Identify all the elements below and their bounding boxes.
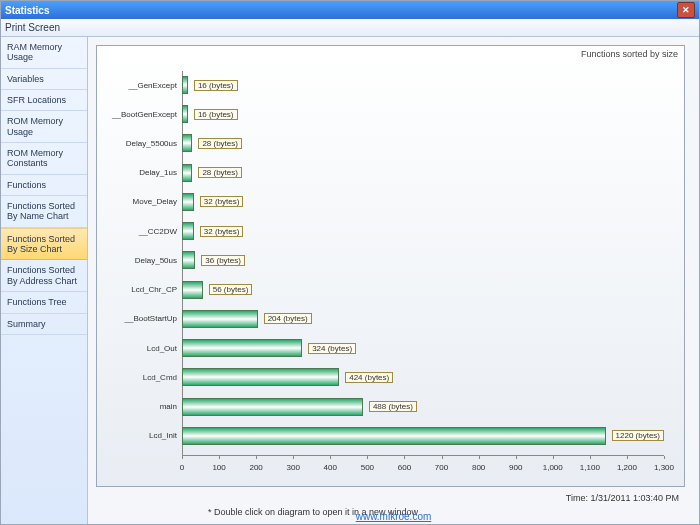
- bar-category-label: __CC2DW: [97, 227, 181, 236]
- bar-row: __BootGenExcept16 (bytes): [182, 104, 664, 124]
- bar-value-label: 36 (bytes): [201, 255, 245, 266]
- bar-category-label: Lcd_Out: [97, 344, 181, 353]
- bar-value-label: 16 (bytes): [194, 109, 238, 120]
- bar[interactable]: [182, 193, 194, 211]
- bar-value-label: 32 (bytes): [200, 226, 244, 237]
- bar-value-label: 1220 (bytes): [612, 430, 664, 441]
- print-screen-menu[interactable]: Print Screen: [5, 22, 60, 33]
- footer-link[interactable]: www.mikroe.com: [356, 511, 432, 522]
- sidebar-item[interactable]: Summary: [1, 314, 87, 335]
- bar-row: Move_Delay32 (bytes): [182, 192, 664, 212]
- bar-category-label: __BootStartUp: [97, 314, 181, 323]
- bar-value-label: 28 (bytes): [198, 167, 242, 178]
- x-tick-mark: [553, 456, 554, 459]
- x-tick-mark: [627, 456, 628, 459]
- x-tick-mark: [182, 456, 183, 459]
- bar-category-label: Delay_1us: [97, 168, 181, 177]
- bar-row: __BootStartUp204 (bytes): [182, 309, 664, 329]
- sidebar-item[interactable]: ROM Memory Usage: [1, 111, 87, 143]
- sidebar-item[interactable]: Functions Sorted By Size Chart: [1, 228, 87, 261]
- bar-row: Delay_5500us28 (bytes): [182, 133, 664, 153]
- x-tick-label: 1,100: [580, 463, 600, 472]
- x-tick-label: 1,300: [654, 463, 674, 472]
- close-icon: ✕: [682, 6, 690, 15]
- bar-category-label: Move_Delay: [97, 197, 181, 206]
- sidebar-item[interactable]: Functions Sorted By Address Chart: [1, 260, 87, 292]
- bar[interactable]: [182, 164, 192, 182]
- bar-value-label: 324 (bytes): [308, 343, 356, 354]
- bar[interactable]: [182, 368, 339, 386]
- x-tick-mark: [664, 456, 665, 459]
- bar-value-label: 16 (bytes): [194, 80, 238, 91]
- bar-value-label: 56 (bytes): [209, 284, 253, 295]
- bar-value-label: 424 (bytes): [345, 372, 393, 383]
- bar-row: Delay_50us36 (bytes): [182, 250, 664, 270]
- sidebar-item[interactable]: Functions Tree: [1, 292, 87, 313]
- status-time: Time: 1/31/2011 1:03:40 PM: [566, 493, 679, 503]
- x-tick-mark: [293, 456, 294, 459]
- bar-category-label: Delay_5500us: [97, 139, 181, 148]
- bar-category-label: Lcd_Chr_CP: [97, 285, 181, 294]
- bar-row: Lcd_Cmd424 (bytes): [182, 367, 664, 387]
- x-tick-mark: [256, 456, 257, 459]
- x-tick-mark: [442, 456, 443, 459]
- x-tick-mark: [404, 456, 405, 459]
- close-button[interactable]: ✕: [677, 2, 695, 18]
- bar-category-label: Delay_50us: [97, 256, 181, 265]
- x-tick-label: 800: [472, 463, 485, 472]
- x-tick-label: 1,200: [617, 463, 637, 472]
- sidebar-item[interactable]: Functions: [1, 175, 87, 196]
- main-panel: Functions sorted by size __GenExcept16 (…: [88, 37, 699, 525]
- bar-row: Lcd_Chr_CP56 (bytes): [182, 280, 664, 300]
- x-tick-label: 600: [398, 463, 411, 472]
- x-tick-mark: [367, 456, 368, 459]
- bar[interactable]: [182, 281, 203, 299]
- sidebar-item[interactable]: RAM Memory Usage: [1, 37, 87, 69]
- x-tick-label: 400: [324, 463, 337, 472]
- x-tick-mark: [516, 456, 517, 459]
- x-tick-mark: [330, 456, 331, 459]
- bar[interactable]: [182, 398, 363, 416]
- titlebar: Statistics ✕: [1, 1, 699, 19]
- menubar: Print Screen: [1, 19, 699, 37]
- bar-value-label: 32 (bytes): [200, 196, 244, 207]
- bar-category-label: Lcd_Cmd: [97, 373, 181, 382]
- chart-area[interactable]: Functions sorted by size __GenExcept16 (…: [96, 45, 685, 487]
- bar-value-label: 204 (bytes): [264, 313, 312, 324]
- x-tick-label: 100: [212, 463, 225, 472]
- bar[interactable]: [182, 339, 302, 357]
- bar-row: __GenExcept16 (bytes): [182, 75, 664, 95]
- bar-category-label: main: [97, 402, 181, 411]
- bar-category-label: Lcd_Init: [97, 431, 181, 440]
- bar-value-label: 488 (bytes): [369, 401, 417, 412]
- bar-category-label: __BootGenExcept: [97, 110, 181, 119]
- x-tick-label: 0: [180, 463, 184, 472]
- x-tick-label: 1,000: [543, 463, 563, 472]
- x-tick-label: 700: [435, 463, 448, 472]
- sidebar-item[interactable]: Variables: [1, 69, 87, 90]
- sidebar: RAM Memory UsageVariablesSFR LocationsRO…: [1, 37, 88, 525]
- statistics-window: Statistics ✕ Print Screen RAM Memory Usa…: [0, 0, 700, 525]
- bar-row: main488 (bytes): [182, 397, 664, 417]
- bar[interactable]: [182, 251, 195, 269]
- x-tick-label: 300: [287, 463, 300, 472]
- body: RAM Memory UsageVariablesSFR LocationsRO…: [1, 37, 699, 525]
- x-tick-label: 500: [361, 463, 374, 472]
- bar[interactable]: [182, 76, 188, 94]
- bar-value-label: 28 (bytes): [198, 138, 242, 149]
- bar-category-label: __GenExcept: [97, 81, 181, 90]
- sidebar-item[interactable]: SFR Locations: [1, 90, 87, 111]
- bar[interactable]: [182, 105, 188, 123]
- chart-title: Functions sorted by size: [581, 49, 678, 59]
- sidebar-item[interactable]: Functions Sorted By Name Chart: [1, 196, 87, 228]
- bar-row: Lcd_Out324 (bytes): [182, 338, 664, 358]
- bar[interactable]: [182, 310, 258, 328]
- bar[interactable]: [182, 134, 192, 152]
- bar[interactable]: [182, 222, 194, 240]
- sidebar-item[interactable]: ROM Memory Constants: [1, 143, 87, 175]
- bar-row: Delay_1us28 (bytes): [182, 163, 664, 183]
- x-tick-label: 900: [509, 463, 522, 472]
- bar[interactable]: [182, 427, 606, 445]
- x-tick-label: 200: [249, 463, 262, 472]
- x-tick-mark: [219, 456, 220, 459]
